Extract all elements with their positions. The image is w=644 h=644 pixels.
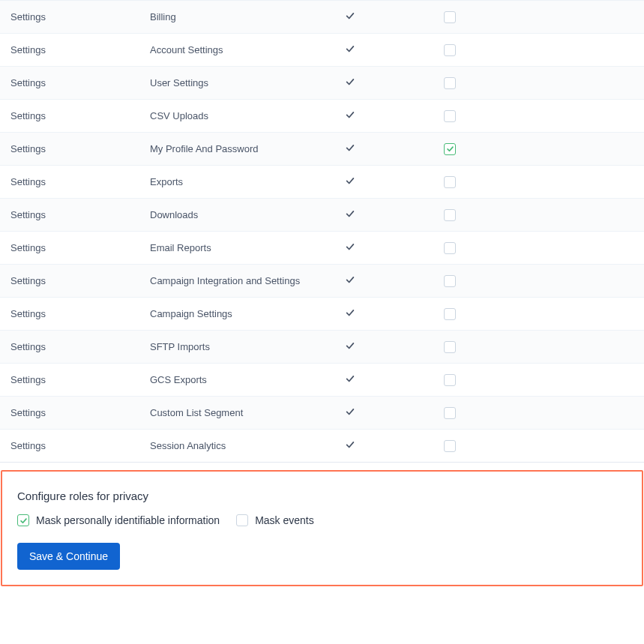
row-category: Settings — [0, 209, 150, 220]
row-checkbox[interactable] — [444, 407, 456, 419]
select-cell — [435, 11, 532, 23]
check-icon — [345, 208, 355, 221]
row-name: Exports — [150, 176, 337, 187]
check-icon — [345, 175, 355, 188]
row-name: GCS Exports — [150, 374, 337, 385]
enabled-cell — [337, 175, 435, 188]
table-row: SettingsDownloads — [0, 198, 644, 231]
row-name: My Profile And Password — [150, 143, 337, 154]
row-checkbox[interactable] — [444, 341, 456, 353]
row-checkbox[interactable] — [444, 242, 456, 254]
privacy-option-label: Mask events — [255, 514, 314, 526]
table-row: SettingsSession Analytics — [0, 429, 644, 462]
row-name: Campaign Integration and Settings — [150, 275, 337, 286]
row-category: Settings — [0, 77, 150, 88]
row-checkbox[interactable] — [444, 77, 456, 89]
enabled-cell — [337, 373, 435, 386]
privacy-option-label: Mask personally identifiable information — [36, 514, 220, 526]
enabled-cell — [337, 241, 435, 254]
row-name: User Settings — [150, 77, 337, 88]
row-checkbox[interactable] — [444, 374, 456, 386]
table-row: SettingsCustom List Segment — [0, 396, 644, 429]
table-row: SettingsMy Profile And Password — [0, 132, 644, 165]
row-checkbox[interactable] — [444, 110, 456, 122]
select-cell — [435, 275, 532, 287]
table-row: SettingsSFTP Imports — [0, 330, 644, 363]
check-icon — [345, 43, 355, 56]
check-icon — [345, 373, 355, 386]
table-row: SettingsEmail Reports — [0, 231, 644, 264]
privacy-option[interactable]: Mask personally identifiable information — [17, 514, 220, 526]
row-category: Settings — [0, 374, 150, 385]
save-continue-button[interactable]: Save & Continue — [17, 543, 120, 570]
row-category: Settings — [0, 176, 150, 187]
row-category: Settings — [0, 275, 150, 286]
enabled-cell — [337, 406, 435, 419]
permissions-table: SettingsBillingSettingsAccount SettingsS… — [0, 0, 644, 463]
check-icon — [345, 109, 355, 122]
check-icon — [345, 241, 355, 254]
row-name: Custom List Segment — [150, 407, 337, 418]
table-row: SettingsBilling — [0, 0, 644, 33]
row-checkbox[interactable] — [444, 308, 456, 320]
row-name: Billing — [150, 11, 337, 22]
table-row: SettingsCSV Uploads — [0, 99, 644, 132]
row-checkbox[interactable] — [444, 176, 456, 188]
enabled-cell — [337, 439, 435, 452]
row-name: Email Reports — [150, 242, 337, 253]
check-icon — [345, 340, 355, 353]
row-name: Campaign Settings — [150, 308, 337, 319]
table-row: SettingsUser Settings — [0, 66, 644, 99]
row-category: Settings — [0, 143, 150, 154]
enabled-cell — [337, 142, 435, 155]
row-name: CSV Uploads — [150, 110, 337, 121]
row-name: Account Settings — [150, 44, 337, 55]
enabled-cell — [337, 274, 435, 287]
row-checkbox[interactable] — [444, 143, 456, 155]
row-category: Settings — [0, 242, 150, 253]
check-icon — [345, 406, 355, 419]
select-cell — [435, 209, 532, 221]
row-category: Settings — [0, 440, 150, 451]
row-category: Settings — [0, 110, 150, 121]
row-category: Settings — [0, 44, 150, 55]
select-cell — [435, 110, 532, 122]
check-icon — [345, 439, 355, 452]
privacy-checkbox[interactable] — [17, 514, 29, 526]
row-name: SFTP Imports — [150, 341, 337, 352]
select-cell — [435, 440, 532, 452]
check-icon — [345, 76, 355, 89]
row-checkbox[interactable] — [444, 11, 456, 23]
privacy-section: Configure roles for privacy Mask persona… — [1, 470, 643, 586]
row-checkbox[interactable] — [444, 209, 456, 221]
row-name: Session Analytics — [150, 440, 337, 451]
table-row: SettingsGCS Exports — [0, 363, 644, 396]
table-row: SettingsExports — [0, 165, 644, 198]
privacy-options: Mask personally identifiable information… — [17, 514, 627, 526]
privacy-title: Configure roles for privacy — [17, 490, 627, 502]
select-cell — [435, 374, 532, 386]
row-checkbox[interactable] — [444, 44, 456, 56]
select-cell — [435, 242, 532, 254]
privacy-option[interactable]: Mask events — [236, 514, 314, 526]
enabled-cell — [337, 43, 435, 56]
select-cell — [435, 176, 532, 188]
row-checkbox[interactable] — [444, 275, 456, 287]
select-cell — [435, 143, 532, 155]
row-checkbox[interactable] — [444, 440, 456, 452]
table-row: SettingsCampaign Integration and Setting… — [0, 264, 644, 297]
enabled-cell — [337, 307, 435, 320]
enabled-cell — [337, 76, 435, 89]
row-category: Settings — [0, 341, 150, 352]
select-cell — [435, 308, 532, 320]
check-icon — [345, 142, 355, 155]
select-cell — [435, 77, 532, 89]
row-category: Settings — [0, 11, 150, 22]
privacy-checkbox[interactable] — [236, 514, 248, 526]
table-row: SettingsCampaign Settings — [0, 297, 644, 330]
check-icon — [345, 307, 355, 320]
row-category: Settings — [0, 308, 150, 319]
row-category: Settings — [0, 407, 150, 418]
select-cell — [435, 407, 532, 419]
select-cell — [435, 44, 532, 56]
